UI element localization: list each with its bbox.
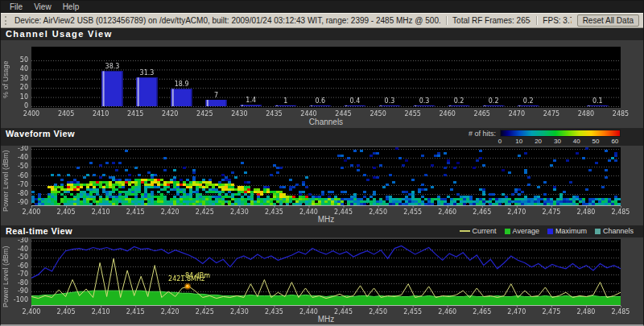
channel-usage-canvas bbox=[1, 40, 640, 118]
legend-label: Current bbox=[473, 227, 497, 235]
channel-usage-title: Channel Usage View bbox=[6, 29, 113, 39]
channels-swatch-icon bbox=[595, 229, 601, 234]
hits-tick-label: 50 bbox=[592, 138, 600, 145]
total-rf-frames-text: Total RF Frames: 26545 bbox=[452, 16, 530, 25]
legend-label: Average bbox=[513, 227, 539, 235]
hits-tick-label: 0 bbox=[498, 138, 502, 145]
realtime-legend: Current Average Maximum Channels bbox=[460, 226, 634, 235]
menu-bar: File View Help bbox=[1, 1, 643, 13]
waveform-section: Waveform View # of hits: 0102030405060 P… bbox=[1, 128, 643, 225]
current-line-swatch-icon bbox=[460, 230, 470, 232]
status-bar: Device: AirView2 USB (0123456789) on /de… bbox=[1, 13, 643, 28]
legend-item-channels: Channels bbox=[595, 227, 634, 235]
hits-label: # of hits: bbox=[469, 130, 496, 138]
hits-tick-label: 40 bbox=[573, 138, 580, 145]
channel-usage-plot-wrap: % of Usage Channels bbox=[1, 40, 643, 128]
legend-item-average: Average bbox=[505, 227, 539, 235]
waveform-header: Waveform View # of hits: 0102030405060 bbox=[1, 128, 643, 146]
waveform-plot-wrap: Power Level (dBm) MHz bbox=[1, 146, 643, 225]
menu-file[interactable]: File bbox=[4, 2, 28, 11]
waveform-x-axis-label: MHz bbox=[31, 215, 621, 225]
airview-window: File View Help Device: AirView2 USB (012… bbox=[0, 0, 644, 326]
realtime-plot-wrap: Power Level (dBm) MHz bbox=[1, 237, 643, 325]
menu-help[interactable]: Help bbox=[57, 2, 85, 11]
realtime-section: Real-time View Current Average Maximum C… bbox=[1, 225, 643, 325]
hits-tick-label: 30 bbox=[554, 138, 561, 145]
legend-item-maximum: Maximum bbox=[547, 227, 587, 235]
statusbar-divider bbox=[446, 16, 447, 25]
realtime-title: Real-time View bbox=[6, 226, 72, 236]
legend-item-current: Current bbox=[460, 227, 497, 235]
legend-label: Maximum bbox=[555, 227, 587, 235]
realtime-x-axis-label: MHz bbox=[31, 315, 621, 325]
waveform-canvas bbox=[1, 146, 640, 215]
hits-tick-label: 20 bbox=[535, 138, 542, 145]
hits-tick-label: 60 bbox=[611, 138, 618, 145]
channel-usage-section: Channel Usage View % of Usage Channels bbox=[1, 28, 643, 128]
maximum-swatch-icon bbox=[547, 229, 553, 234]
realtime-canvas[interactable] bbox=[1, 237, 640, 315]
hits-legend: # of hits: 0102030405060 bbox=[469, 129, 621, 145]
hits-scale-ticks: 0102030405060 bbox=[500, 137, 621, 145]
statusbar-grip-icon bbox=[5, 16, 9, 25]
legend-label: Channels bbox=[603, 227, 634, 235]
statusbar-divider bbox=[536, 16, 537, 25]
fps-text: FPS: 3.7 bbox=[543, 16, 571, 25]
realtime-header: Real-time View Current Average Maximum C… bbox=[1, 225, 643, 237]
reset-all-data-button[interactable]: Reset All Data bbox=[577, 14, 639, 27]
usage-x-axis-label: Channels bbox=[31, 118, 621, 128]
menu-view[interactable]: View bbox=[28, 2, 57, 11]
hits-color-scale: 0102030405060 bbox=[500, 130, 621, 145]
waveform-title: Waveform View bbox=[6, 129, 75, 138]
hits-gradient-bar bbox=[500, 130, 621, 137]
channel-usage-header: Channel Usage View bbox=[1, 28, 643, 40]
hits-tick-label: 10 bbox=[515, 138, 522, 145]
average-swatch-icon bbox=[505, 229, 510, 234]
device-info-text: Device: AirView2 USB (0123456789) on /de… bbox=[14, 16, 440, 25]
